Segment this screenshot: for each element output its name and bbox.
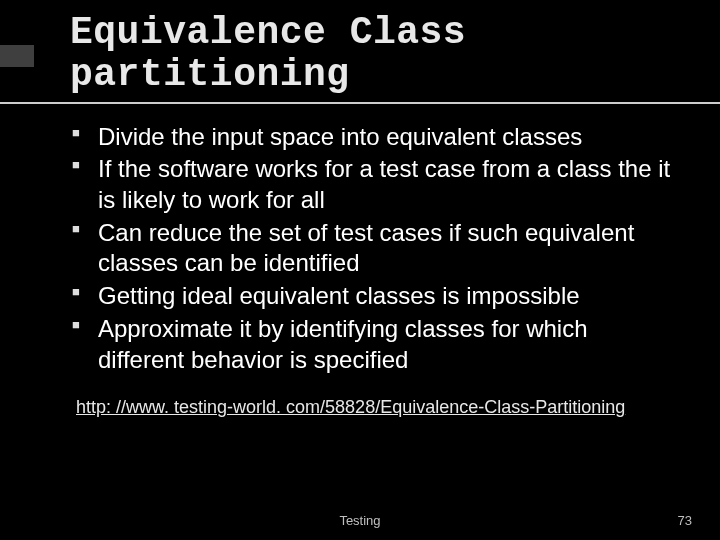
footer-label: Testing <box>0 513 720 528</box>
list-item: Can reduce the set of test cases if such… <box>98 218 672 279</box>
slide: Equivalence Class partitioning Divide th… <box>0 0 720 418</box>
side-accent <box>0 45 34 67</box>
title-rule <box>0 102 720 104</box>
bullet-list: Divide the input space into equivalent c… <box>70 122 672 376</box>
slide-title: Equivalence Class partitioning <box>70 12 672 96</box>
reference-link[interactable]: http: //www. testing-world. com/58828/Eq… <box>76 397 672 418</box>
list-item: If the software works for a test case fr… <box>98 154 672 215</box>
list-item: Getting ideal equivalent classes is impo… <box>98 281 672 312</box>
list-item: Divide the input space into equivalent c… <box>98 122 672 153</box>
list-item: Approximate it by identifying classes fo… <box>98 314 672 375</box>
page-number: 73 <box>678 513 692 528</box>
